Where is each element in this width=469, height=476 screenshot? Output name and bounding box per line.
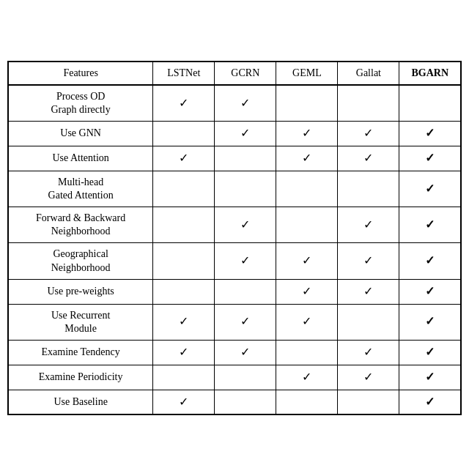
check-bgarn: ✓ <box>399 390 461 414</box>
check-gallat <box>338 304 399 340</box>
check-gallat: ✓ <box>338 279 399 304</box>
check-gcrn <box>215 279 276 304</box>
check-geml: ✓ <box>276 365 338 390</box>
checkmark-icon: ✓ <box>363 285 373 297</box>
check-geml <box>276 85 338 122</box>
check-bgarn: ✓ <box>399 304 461 340</box>
check-geml: ✓ <box>276 146 338 171</box>
feature-cell: Use pre-weights <box>8 279 153 304</box>
checkmark-icon: ✓ <box>425 152 435 164</box>
header-lstnet: LSTNet <box>153 62 215 85</box>
check-geml: ✓ <box>276 304 338 340</box>
table-row: GeographicalNeighborhood✓✓✓✓ <box>8 243 461 279</box>
check-lstnet: ✓ <box>153 341 215 365</box>
feature-cell: Use RecurrentModule <box>8 304 153 340</box>
check-gcrn: ✓ <box>215 243 276 279</box>
check-gallat: ✓ <box>338 122 399 146</box>
checkmark-icon: ✓ <box>425 218 435 231</box>
check-gallat <box>338 171 399 207</box>
check-gallat <box>338 390 399 414</box>
header-bgarn: BGARN <box>399 62 461 85</box>
feature-cell: Use GNN <box>8 122 153 146</box>
checkmark-icon: ✓ <box>302 127 311 139</box>
check-bgarn: ✓ <box>399 122 461 146</box>
check-gcrn: ✓ <box>215 122 276 146</box>
check-geml: ✓ <box>276 122 338 146</box>
check-lstnet <box>153 243 215 279</box>
check-gallat <box>338 85 399 122</box>
feature-cell: Multi-headGated Attention <box>8 171 153 207</box>
table-row: Examine Periodicity✓✓✓ <box>8 365 461 390</box>
checkmark-icon: ✓ <box>302 371 311 383</box>
checkmark-icon: ✓ <box>240 254 250 267</box>
checkmark-icon: ✓ <box>425 371 435 383</box>
checkmark-icon: ✓ <box>302 152 311 164</box>
comparison-table: Features LSTNet GCRN GEML Gallat BGARN P… <box>7 61 462 416</box>
check-bgarn <box>399 85 461 122</box>
check-geml <box>276 171 338 207</box>
header-gcrn: GCRN <box>215 62 276 85</box>
check-lstnet: ✓ <box>153 390 215 414</box>
check-gcrn <box>215 365 276 390</box>
check-gallat: ✓ <box>338 365 399 390</box>
checkmark-icon: ✓ <box>179 97 188 109</box>
header-geml: GEML <box>276 62 338 85</box>
feature-cell: Use Baseline <box>8 390 153 414</box>
checkmark-icon: ✓ <box>363 218 373 231</box>
check-bgarn: ✓ <box>399 207 461 243</box>
check-lstnet <box>153 171 215 207</box>
checkmark-icon: ✓ <box>363 152 373 164</box>
feature-cell: Process ODGraph directly <box>8 85 153 122</box>
feature-cell: Examine Tendency <box>8 341 153 365</box>
check-bgarn: ✓ <box>399 146 461 171</box>
check-gallat: ✓ <box>338 341 399 365</box>
checkmark-icon: ✓ <box>179 315 188 327</box>
checkmark-icon: ✓ <box>363 346 373 358</box>
check-bgarn: ✓ <box>399 243 461 279</box>
check-lstnet <box>153 365 215 390</box>
feature-cell: Examine Periodicity <box>8 365 153 390</box>
checkmark-icon: ✓ <box>363 371 373 383</box>
check-gcrn: ✓ <box>215 304 276 340</box>
table-row: Use GNN✓✓✓✓ <box>8 122 461 146</box>
checkmark-icon: ✓ <box>425 182 435 195</box>
check-geml <box>276 207 338 243</box>
check-geml: ✓ <box>276 279 338 304</box>
feature-cell: Use Attention <box>8 146 153 171</box>
check-geml: ✓ <box>276 243 338 279</box>
check-gcrn <box>215 171 276 207</box>
check-lstnet: ✓ <box>153 304 215 340</box>
check-lstnet <box>153 207 215 243</box>
checkmark-icon: ✓ <box>302 315 311 327</box>
checkmark-icon: ✓ <box>179 346 188 358</box>
checkmark-icon: ✓ <box>240 127 250 139</box>
checkmark-icon: ✓ <box>240 315 250 327</box>
checkmark-icon: ✓ <box>425 285 435 297</box>
header-features: Features <box>8 62 153 85</box>
checkmark-icon: ✓ <box>425 395 435 408</box>
check-gcrn: ✓ <box>215 85 276 122</box>
checkmark-icon: ✓ <box>302 285 311 297</box>
check-geml <box>276 390 338 414</box>
table-row: Use RecurrentModule✓✓✓✓ <box>8 304 461 340</box>
check-lstnet <box>153 279 215 304</box>
table-row: Forward & BackwardNeighborhood✓✓✓ <box>8 207 461 243</box>
check-gcrn: ✓ <box>215 341 276 365</box>
table-row: Process ODGraph directly✓✓ <box>8 85 461 122</box>
check-gcrn <box>215 146 276 171</box>
checkmark-icon: ✓ <box>302 254 311 267</box>
check-lstnet: ✓ <box>153 146 215 171</box>
check-gallat: ✓ <box>338 243 399 279</box>
table-row: Examine Tendency✓✓✓✓ <box>8 341 461 365</box>
table-row: Use Attention✓✓✓✓ <box>8 146 461 171</box>
checkmark-icon: ✓ <box>425 254 435 267</box>
checkmark-icon: ✓ <box>240 346 250 358</box>
check-bgarn: ✓ <box>399 171 461 207</box>
check-lstnet <box>153 122 215 146</box>
checkmark-icon: ✓ <box>179 152 188 164</box>
check-bgarn: ✓ <box>399 341 461 365</box>
table-row: Use Baseline✓✓ <box>8 390 461 414</box>
feature-cell: Forward & BackwardNeighborhood <box>8 207 153 243</box>
checkmark-icon: ✓ <box>363 127 373 139</box>
checkmark-icon: ✓ <box>425 346 435 358</box>
